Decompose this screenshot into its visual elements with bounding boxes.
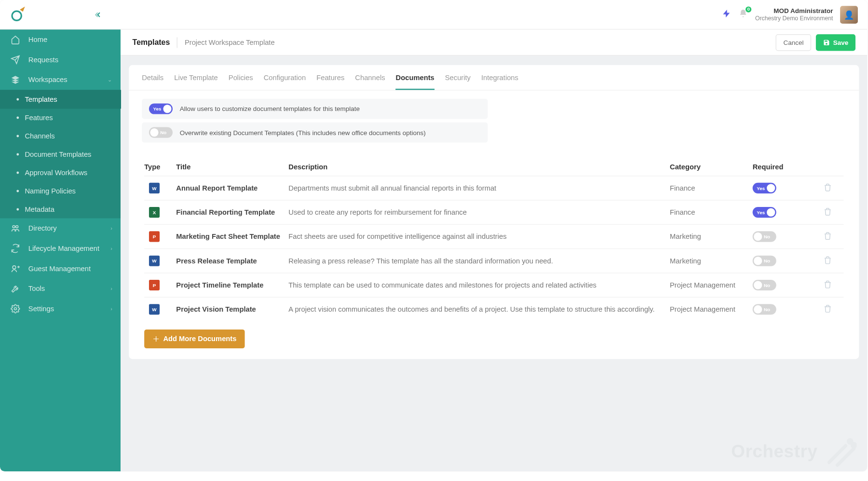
sidebar-item-label: Templates bbox=[25, 95, 57, 103]
doc-description: Departments must submit all annual finan… bbox=[288, 184, 670, 192]
app-logo[interactable] bbox=[0, 0, 36, 29]
setting-label: Overwrite existing Document Templates (T… bbox=[180, 129, 426, 136]
table-row: WPress Release TemplateReleasing a press… bbox=[144, 248, 843, 273]
toggle-knob bbox=[754, 257, 762, 265]
sidebar-collapse-button[interactable] bbox=[36, 10, 119, 18]
col-category: Category bbox=[670, 163, 753, 171]
col-title: Title bbox=[176, 163, 288, 171]
table-row: XFinancial Reporting TemplateUsed to cre… bbox=[144, 200, 843, 224]
table-row: WAnnual Report TemplateDepartments must … bbox=[144, 176, 843, 200]
sidebar-item-label: Home bbox=[28, 36, 47, 44]
doc-description: Releasing a press release? This template… bbox=[288, 257, 670, 265]
doc-description: Fact sheets are used for competitive int… bbox=[288, 233, 670, 241]
sidebar-item-tools[interactable]: Tools › bbox=[0, 278, 121, 299]
setting-allow-customize: Yes Allow users to customize document te… bbox=[142, 99, 488, 119]
tab-integrations[interactable]: Integrations bbox=[481, 73, 518, 90]
tab-documents[interactable]: Documents bbox=[396, 73, 434, 90]
sidebar-item-directory[interactable]: Directory › bbox=[0, 218, 121, 238]
delete-icon[interactable] bbox=[824, 280, 832, 289]
sidebar-item-label: Directory bbox=[28, 224, 57, 233]
doc-title: Marketing Fact Sheet Template bbox=[176, 233, 288, 241]
tab-details[interactable]: Details bbox=[142, 73, 163, 90]
sidebar: Home Requests Workspaces ⌄ Templates Fea… bbox=[0, 29, 121, 471]
sidebar-item-metadata[interactable]: Metadata bbox=[0, 200, 121, 218]
sidebar-item-approval-workflows[interactable]: Approval Workflows bbox=[0, 163, 121, 181]
toggle-label: Yes bbox=[753, 210, 765, 215]
toggle-knob bbox=[150, 128, 158, 137]
page-header: Templates Project Workspace Template Can… bbox=[121, 29, 867, 55]
required-toggle[interactable]: Yes bbox=[753, 183, 776, 193]
delete-icon[interactable] bbox=[824, 256, 832, 264]
col-required: Required bbox=[753, 163, 824, 171]
delete-icon[interactable] bbox=[824, 304, 832, 313]
tabs: DetailsLive TemplatePoliciesConfiguratio… bbox=[129, 65, 859, 91]
doc-title: Annual Report Template bbox=[176, 184, 288, 192]
user-name: MOD Administrator bbox=[755, 7, 833, 15]
delete-icon[interactable] bbox=[824, 232, 832, 240]
sidebar-item-workspaces[interactable]: Workspaces ⌄ bbox=[0, 70, 121, 90]
svg-point-0 bbox=[12, 11, 21, 20]
delete-icon[interactable] bbox=[824, 207, 832, 216]
sidebar-item-lifecycle[interactable]: Lifecycle Management › bbox=[0, 238, 121, 259]
sidebar-item-label: Requests bbox=[28, 55, 58, 64]
doc-description: Used to create any reports for reimburse… bbox=[288, 208, 670, 217]
toggle-knob bbox=[754, 281, 762, 289]
tab-channels[interactable]: Channels bbox=[355, 73, 385, 90]
avatar[interactable]: 👤 bbox=[840, 6, 858, 24]
environment-name: Orchestry Demo Environment bbox=[755, 15, 833, 22]
sidebar-item-label: Document Templates bbox=[25, 150, 91, 158]
tab-policies[interactable]: Policies bbox=[229, 73, 253, 90]
toggle-knob bbox=[754, 305, 762, 314]
cancel-button[interactable]: Cancel bbox=[776, 34, 812, 50]
required-toggle[interactable]: Yes bbox=[753, 207, 776, 218]
chevron-down-icon: ⌄ bbox=[108, 77, 112, 82]
svg-point-2 bbox=[16, 226, 18, 228]
file-type-icon: X bbox=[149, 207, 160, 218]
file-type-icon: P bbox=[149, 280, 160, 290]
toggle-knob bbox=[754, 233, 762, 241]
notifications-button[interactable]: 0 bbox=[739, 9, 748, 21]
sidebar-item-templates[interactable]: Templates bbox=[0, 90, 121, 108]
toggle-label: Yes bbox=[149, 106, 161, 111]
delete-icon[interactable] bbox=[824, 183, 832, 191]
breadcrumb-root[interactable]: Templates bbox=[133, 38, 170, 46]
doc-category: Finance bbox=[670, 184, 753, 192]
tab-features[interactable]: Features bbox=[316, 73, 344, 90]
sidebar-item-guest[interactable]: Guest Management bbox=[0, 259, 121, 279]
sidebar-item-naming-policies[interactable]: Naming Policies bbox=[0, 181, 121, 200]
save-button-label: Save bbox=[833, 39, 849, 46]
save-button[interactable]: Save bbox=[816, 34, 855, 50]
setting-overwrite: No Overwrite existing Document Templates… bbox=[142, 123, 488, 143]
chevron-right-icon: › bbox=[110, 246, 112, 251]
watermark: Orchestry bbox=[731, 435, 856, 468]
sidebar-item-settings[interactable]: Settings › bbox=[0, 299, 121, 319]
sidebar-item-home[interactable]: Home bbox=[0, 29, 121, 50]
toggle-allow-customize[interactable]: Yes bbox=[149, 104, 173, 114]
table-row: WProject Vision TemplateA project vision… bbox=[144, 297, 843, 321]
tab-security[interactable]: Security bbox=[445, 73, 471, 90]
sidebar-item-document-templates[interactable]: Document Templates bbox=[0, 145, 121, 163]
tab-live-template[interactable]: Live Template bbox=[174, 73, 218, 90]
breadcrumb-separator bbox=[177, 37, 177, 48]
sidebar-item-requests[interactable]: Requests bbox=[0, 50, 121, 70]
svg-point-1 bbox=[13, 226, 15, 228]
sidebar-item-label: Settings bbox=[28, 304, 54, 313]
required-toggle[interactable]: No bbox=[753, 231, 776, 242]
user-menu[interactable]: MOD Administrator Orchestry Demo Environ… bbox=[755, 7, 833, 22]
required-toggle[interactable]: No bbox=[753, 304, 776, 315]
required-toggle[interactable]: No bbox=[753, 280, 776, 290]
tab-configuration[interactable]: Configuration bbox=[264, 73, 306, 90]
required-toggle[interactable]: No bbox=[753, 256, 776, 266]
svg-point-4 bbox=[14, 308, 16, 310]
svg-point-5 bbox=[848, 440, 852, 443]
toggle-overwrite[interactable]: No bbox=[149, 127, 173, 138]
svg-point-3 bbox=[13, 266, 16, 269]
doc-category: Finance bbox=[670, 208, 753, 217]
bolt-icon[interactable] bbox=[722, 9, 732, 21]
table-row: PMarketing Fact Sheet TemplateFact sheet… bbox=[144, 224, 843, 248]
toggle-knob bbox=[767, 208, 775, 217]
doc-title: Project Timeline Template bbox=[176, 281, 288, 289]
sidebar-item-features[interactable]: Features bbox=[0, 108, 121, 126]
add-documents-button[interactable]: Add More Documents bbox=[144, 330, 244, 348]
sidebar-item-channels[interactable]: Channels bbox=[0, 126, 121, 145]
